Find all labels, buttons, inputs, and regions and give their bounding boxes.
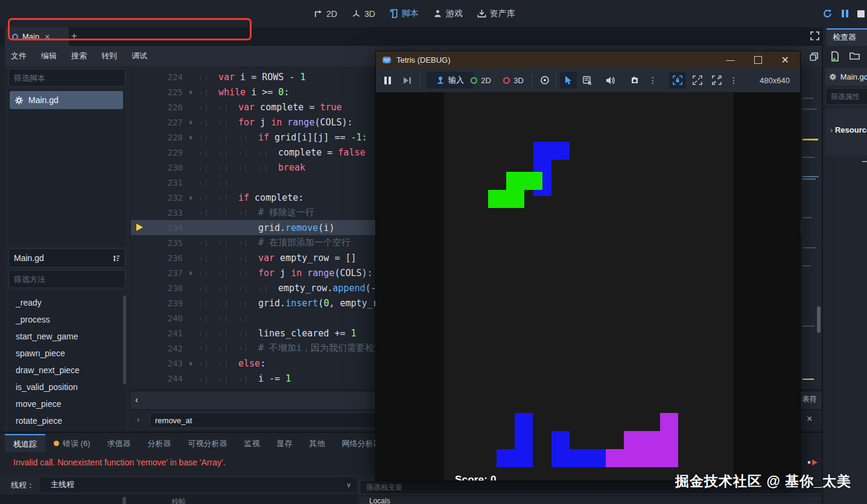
restart-icon[interactable] <box>822 8 833 19</box>
embed-lock-icon <box>673 75 682 85</box>
debugger-tab-0[interactable]: 栈追踪 <box>5 434 45 452</box>
locals-row[interactable]: Locals <box>360 497 822 504</box>
filter-properties-input[interactable]: 筛选属性 <box>825 88 867 105</box>
debugger-tab-label: 显存 <box>277 435 293 452</box>
game-viewport[interactable]: Score: 0 Next Piece: <box>376 92 800 480</box>
method-item-move_piece[interactable]: move_piece <box>11 395 123 412</box>
workspace-2d[interactable]: 2D <box>314 9 337 19</box>
debugger-tab-7[interactable]: 其他 <box>301 434 334 452</box>
filter-scripts-input[interactable] <box>9 74 122 83</box>
thread-select[interactable]: 主线程 ∨ <box>40 477 357 492</box>
stop-icon[interactable] <box>857 10 865 17</box>
workspace-3d[interactable]: 3D <box>352 9 375 19</box>
method-item-draw_next_piece[interactable]: draw_next_piece <box>11 362 123 379</box>
camera-2d-label: 2D <box>481 76 491 85</box>
fold-chevron-icon[interactable]: ∨ <box>183 269 198 276</box>
debugger-tab-4[interactable]: 可视分析器 <box>180 434 236 452</box>
workspace-label: 脚本 <box>402 8 419 19</box>
menu-item-0[interactable]: 文件 <box>11 51 27 61</box>
tab-inspector[interactable]: 检查器 <box>827 28 867 46</box>
methods-scrollbar[interactable] <box>123 295 126 385</box>
method-item-_process[interactable]: _process <box>11 311 123 328</box>
tetris-cell-green <box>488 190 506 208</box>
workspace-assetlib[interactable]: 资产库 <box>477 8 515 19</box>
camera-2d-button[interactable]: 2D <box>466 72 495 89</box>
workspace-script[interactable]: 脚本 <box>390 8 419 19</box>
game-debug-window[interactable]: Tetris (DEBUG) — ✕ 输入 2D 3D <box>375 51 801 481</box>
method-item-start_new_game[interactable]: start_new_game <box>11 328 123 345</box>
script-item-main[interactable]: Main.gd <box>10 91 123 109</box>
embed-window-button[interactable] <box>669 72 686 89</box>
tetris-cell-purple <box>624 431 642 449</box>
stack-frames-area[interactable]: 栈帧 <box>0 494 357 504</box>
select-list-icon[interactable] <box>580 72 595 89</box>
select-mode-button[interactable] <box>560 72 577 89</box>
minimap-scroll-handle[interactable] <box>817 306 821 333</box>
distraction-free-icon[interactable] <box>810 31 820 41</box>
chevron-right-icon: › <box>830 125 835 134</box>
sort-methods-icon[interactable] <box>112 254 121 263</box>
debugger-tab-3[interactable]: 分析器 <box>139 434 180 452</box>
keep-aspect-expand-icon[interactable] <box>690 72 705 89</box>
stack-scrollbar[interactable] <box>122 497 126 504</box>
tetris-cell-green <box>506 172 524 190</box>
debugger-tab-2[interactable]: 求值器 <box>99 434 139 452</box>
line-number: 243 <box>131 359 183 368</box>
workspace-script-icon <box>390 9 398 18</box>
new-resource-icon[interactable] <box>830 51 840 61</box>
code-text: ›|›|›|›|complete = false <box>198 147 366 158</box>
menu-item-2[interactable]: 搜索 <box>71 51 87 61</box>
resource-section[interactable]: › Resource <box>825 109 867 156</box>
make-floating-icon[interactable] <box>809 52 819 61</box>
debugger-tab-5[interactable]: 监视 <box>236 434 268 452</box>
debugger-tab-6[interactable]: 显存 <box>268 434 301 452</box>
current-script-field[interactable]: Main.gd <box>8 248 125 268</box>
inspected-object-row[interactable]: Main.gd <box>825 68 867 86</box>
menu-item-3[interactable]: 转到 <box>101 51 117 61</box>
close-icon[interactable]: × <box>807 414 812 424</box>
debugger-error-message[interactable]: Invalid call. Nonexistent function 'remo… <box>13 453 226 471</box>
game-debug-toolbar: 输入 2D 3D <box>376 68 800 93</box>
code-minimap[interactable] <box>801 66 822 389</box>
debug-continue-icon[interactable] <box>807 458 819 467</box>
fold-chevron-icon[interactable]: ∨ <box>183 134 198 140</box>
debugger-tab-1[interactable]: 错误 (6) <box>45 434 99 452</box>
stack-column-hint: 栈帧 <box>171 497 186 504</box>
next-frame-icon[interactable] <box>402 72 412 89</box>
game-window-titlebar[interactable]: Tetris (DEBUG) — ✕ <box>376 51 800 68</box>
line-number: 228 <box>131 133 183 142</box>
audio-mute-icon[interactable] <box>603 72 618 89</box>
fold-chevron-icon[interactable]: ∨ <box>183 194 198 201</box>
collapse-left-icon[interactable]: ‹ <box>135 394 138 405</box>
filter-methods-input[interactable] <box>9 275 122 284</box>
load-resource-folder-icon[interactable] <box>850 51 860 61</box>
pause-icon[interactable] <box>842 10 848 17</box>
chevron-right-icon[interactable]: › <box>137 415 139 424</box>
method-item-is_valid_position[interactable]: is_valid_position <box>11 379 123 395</box>
minimize-icon[interactable]: — <box>726 55 735 65</box>
camera-3d-button[interactable]: 3D <box>499 72 528 89</box>
resource-section-label: Resource <box>835 125 867 134</box>
fold-chevron-icon[interactable]: ∨ <box>183 119 198 125</box>
more-options-icon[interactable]: ⋮ <box>729 72 738 89</box>
maximize-icon[interactable] <box>754 56 762 64</box>
game-window-title: Tetris (DEBUG) <box>396 55 722 65</box>
debugger-tab-label: 栈追踪 <box>13 435 37 453</box>
pause-icon[interactable] <box>384 72 391 89</box>
camera-override-icon[interactable] <box>627 72 643 89</box>
method-item-spawn_piece[interactable]: spawn_piece <box>11 345 123 362</box>
method-item-_ready[interactable]: _ready <box>11 294 123 311</box>
fold-chevron-icon[interactable]: ∨ <box>183 360 198 367</box>
method-item-rotate_piece[interactable]: rotate_piece <box>11 412 123 429</box>
script-item-label: Main.gd <box>28 95 59 105</box>
fold-chevron-icon[interactable]: ∨ <box>183 89 198 95</box>
workspace-label: 资产库 <box>490 8 515 19</box>
fullscreen-expand-icon[interactable] <box>709 72 725 89</box>
focus-target-icon[interactable] <box>536 72 553 89</box>
menu-item-4[interactable]: 调试 <box>132 51 147 61</box>
methods-list: _ready_processstart_new_gamespawn_pieced… <box>11 294 123 429</box>
more-options-icon[interactable]: ⋮ <box>649 72 657 89</box>
workspace-game[interactable]: 游戏 <box>433 8 463 19</box>
menu-item-1[interactable]: 编辑 <box>41 51 57 61</box>
close-icon[interactable]: ✕ <box>781 54 789 66</box>
